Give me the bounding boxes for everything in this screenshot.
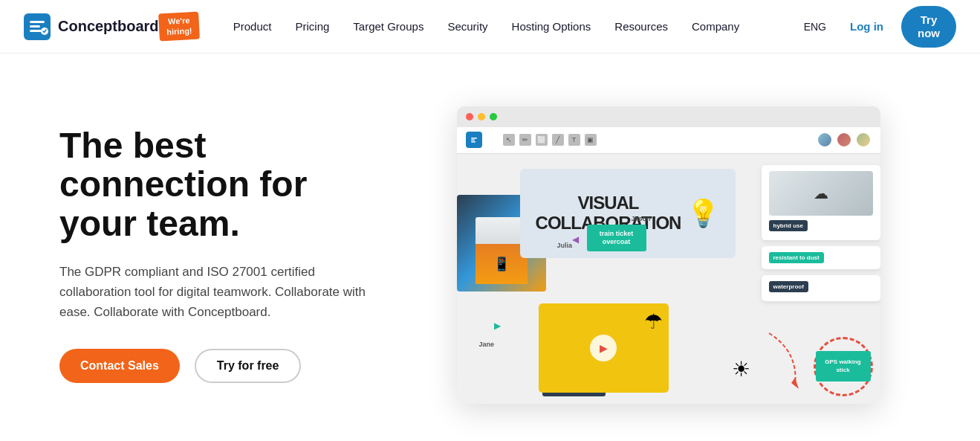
- window-dot-close: [466, 113, 473, 120]
- hero-buttons: Contact Sales Try for free: [59, 349, 386, 383]
- right-column: ☁ hybrid use resistant to dust waterproo…: [762, 165, 880, 301]
- avatar-user1: [817, 132, 833, 148]
- app-mockup: ↖ ✏ ⬜ ╱ T ▣: [457, 106, 880, 404]
- svg-rect-6: [471, 138, 477, 139]
- hero-headline: The best connection for your team.: [59, 126, 386, 244]
- hero-subtext: The GDPR compliant and ISO 27001 certifi…: [59, 262, 386, 323]
- toolbar-text-icon: T: [568, 134, 580, 146]
- hero-left: The best connection for your team. The G…: [59, 126, 416, 384]
- nav-resources[interactable]: Resources: [604, 14, 678, 39]
- language-selector[interactable]: ENG: [798, 18, 832, 36]
- navbar: Conceptboard We're hiring! Product Prici…: [0, 0, 980, 54]
- toolbar-pen-icon: ✏: [519, 134, 531, 146]
- arrow-purple: ◀: [572, 234, 579, 245]
- hero-right: ↖ ✏ ⬜ ╱ T ▣: [416, 106, 921, 404]
- svg-rect-8: [471, 141, 476, 143]
- brand-name: Conceptboard: [58, 18, 159, 35]
- badge-hybrid-use: hybrid use: [769, 220, 808, 231]
- badge-waterproof: waterproof: [769, 281, 808, 292]
- sticky-gps: GPS walking stick: [816, 351, 871, 382]
- svg-rect-7: [471, 140, 475, 141]
- nav-right: ENG Log in Try now: [798, 6, 956, 48]
- window-dot-maximize: [490, 113, 497, 120]
- nav-security[interactable]: Security: [437, 14, 498, 39]
- nav-pricing[interactable]: Pricing: [285, 14, 340, 39]
- lightbulb-icon: 💡: [687, 199, 719, 228]
- dashed-circle: GPS walking stick: [814, 337, 873, 396]
- rc-photo-cloud: ☁: [769, 171, 873, 216]
- play-button[interactable]: ▶: [590, 335, 617, 361]
- card-hybrid-use: ☁ hybrid use: [762, 165, 880, 240]
- toolbar-sticky-icon: ▣: [585, 134, 597, 146]
- try-now-button[interactable]: Try now: [901, 6, 956, 48]
- red-arrow-svg: [762, 329, 806, 389]
- conceptboard-logo-icon: [24, 13, 51, 40]
- login-button[interactable]: Log in: [841, 16, 892, 37]
- toolbar-cursor-icon: ↖: [503, 134, 515, 146]
- arrow-teal: ▶: [494, 321, 501, 331]
- nav-target-groups[interactable]: Target Groups: [343, 14, 434, 39]
- user-label-jane: Jane: [479, 341, 495, 348]
- window-dot-minimize: [478, 113, 485, 120]
- card-waterproof: waterproof: [762, 275, 880, 301]
- sun-doodle-icon: ☀: [732, 357, 750, 382]
- try-for-free-button[interactable]: Try for free: [195, 349, 302, 383]
- nav-product[interactable]: Product: [223, 14, 282, 39]
- svg-marker-9: [791, 378, 799, 389]
- toolbar-line-icon: ╱: [552, 134, 564, 146]
- hiring-badge[interactable]: We're hiring!: [158, 12, 200, 41]
- svg-rect-1: [30, 21, 45, 23]
- svg-rect-3: [30, 30, 42, 32]
- toolbar-avatars: [817, 132, 872, 148]
- nav-company[interactable]: Company: [681, 14, 750, 39]
- toolbar-shape-icon: ⬜: [536, 134, 548, 146]
- user-label-jason: Jason: [632, 215, 651, 222]
- sticky-train-ticket: train ticket overcoat: [587, 225, 646, 251]
- avatar-user3: [855, 132, 872, 148]
- mockup-titlebar: [457, 106, 880, 127]
- badge-resistant: resistant to dust: [769, 252, 824, 263]
- umbrella-icon: ☂: [644, 309, 663, 334]
- nav-hosting-options[interactable]: Hosting Options: [502, 14, 602, 39]
- toolbar-icons: ↖ ✏ ⬜ ╱ T ▣: [503, 134, 811, 146]
- card-resistant: resistant to dust: [762, 246, 880, 269]
- hero-section: The best connection for your team. The G…: [0, 54, 980, 441]
- nav-links: Product Pricing Target Groups Security H…: [223, 14, 798, 39]
- user-label-julia: Julia: [557, 242, 573, 249]
- mockup-logo: [466, 132, 482, 148]
- mockup-toolbar: ↖ ✏ ⬜ ╱ T ▣: [457, 127, 880, 154]
- mockup-canvas: 📱 VISUALCOLLABORATION 💡 train ticket ove…: [457, 154, 880, 404]
- logo-link[interactable]: Conceptboard: [24, 13, 159, 40]
- svg-rect-2: [30, 25, 40, 28]
- yellow-zone: ▶ ☂: [539, 303, 669, 393]
- contact-sales-button[interactable]: Contact Sales: [59, 349, 180, 383]
- avatar-user2: [836, 132, 852, 148]
